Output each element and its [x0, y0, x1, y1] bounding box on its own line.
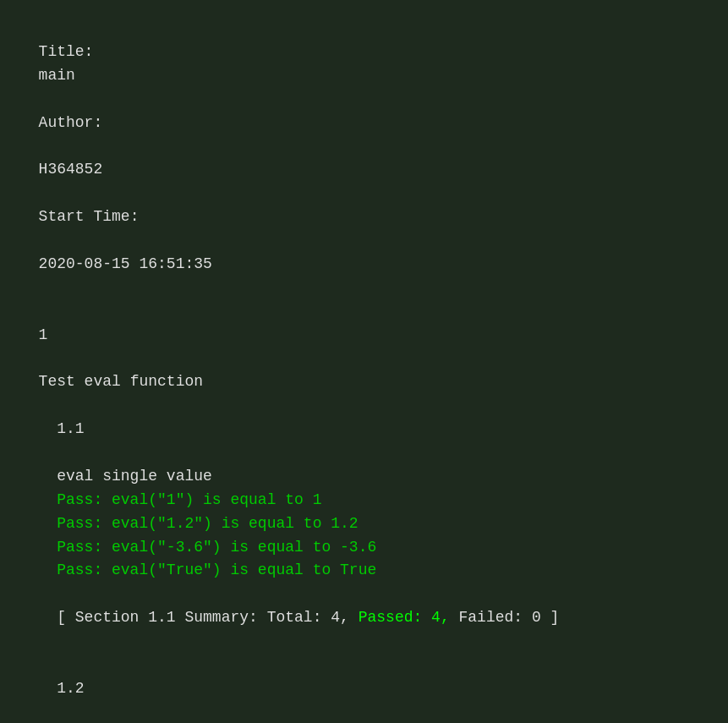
- start-label: Start Time:: [39, 208, 140, 225]
- title-label: Title:: [39, 43, 94, 60]
- start-time-line: Start Time: 2020-08-15 16:51:35: [20, 182, 708, 277]
- author-label: Author:: [39, 114, 103, 131]
- pass-1-1-4: Pass: eval("True") is equal to True: [20, 559, 708, 583]
- pass-1-1-2: Pass: eval("1.2") is equal to 1.2: [20, 512, 708, 536]
- section11-label: eval single value: [57, 468, 212, 485]
- author-line: Author: H364852: [20, 88, 708, 183]
- title-value: main: [39, 67, 75, 84]
- pass-1-1-3: Pass: eval("-3.6") is equal to -3.6: [20, 536, 708, 560]
- section11-summary-suffix: Failed: 0 ]: [459, 609, 560, 626]
- section11-title: 1.1 eval single value: [20, 394, 708, 489]
- section1-title: 1 Test eval function: [20, 300, 708, 395]
- author-value: H364852: [39, 161, 103, 178]
- section11-summary-passed: Passed: 4,: [359, 609, 459, 626]
- section12-number: 1.2: [57, 680, 84, 697]
- section12-title: 1.2 eval math expression: [20, 654, 708, 723]
- section11-summary-prefix: [ Section 1.1 Summary: Total: 4,: [57, 609, 358, 626]
- start-value: 2020-08-15 16:51:35: [39, 255, 212, 272]
- title-line: Title: main: [20, 17, 708, 88]
- section1-label: Test eval function: [39, 373, 203, 390]
- section11-number: 1.1: [57, 420, 84, 437]
- section11-summary: [ Section 1.1 Summary: Total: 4, Passed:…: [20, 583, 708, 630]
- pass-1-1-1: Pass: eval("1") is equal to 1: [20, 489, 708, 512]
- section1-number: 1: [39, 326, 48, 343]
